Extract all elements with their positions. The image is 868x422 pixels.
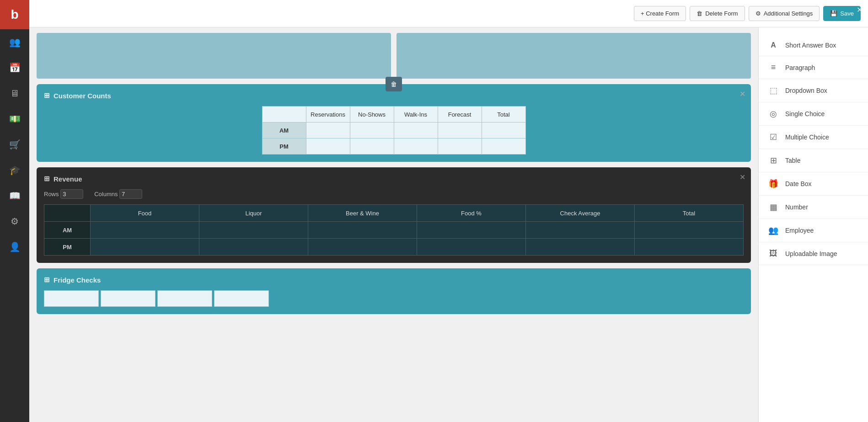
panel-item-dropdown[interactable]: ⬚ Dropdown Box <box>759 79 868 102</box>
rev-pm-3-input[interactable] <box>308 239 417 255</box>
rev-am-1-input[interactable] <box>91 222 199 238</box>
rev-am-5-input[interactable] <box>526 222 634 238</box>
panel-item-date-box[interactable]: 🎁 Date Box <box>759 172 868 196</box>
delete-block-corner-button[interactable]: ✕ <box>739 90 745 98</box>
cell-am-1-input[interactable] <box>306 123 350 138</box>
header-input-1[interactable] <box>306 107 350 122</box>
header-input-4[interactable] <box>438 107 482 122</box>
panel-item-short-answer[interactable]: A Short Answer Box <box>759 35 868 56</box>
panel-item-multiple-choice[interactable]: ☑ Multiple Choice <box>759 126 868 149</box>
header-cell-total <box>482 107 525 123</box>
rev-pm-4 <box>417 239 526 256</box>
header-cell-walkins <box>394 107 438 123</box>
rev-pm-label-input[interactable] <box>44 239 90 255</box>
cell-am-3-input[interactable] <box>394 123 438 138</box>
rev-header-total <box>635 205 744 222</box>
rev-am-6-input[interactable] <box>635 222 743 238</box>
rows-input[interactable] <box>60 189 83 199</box>
header-input-2[interactable] <box>350 107 394 122</box>
rows-cols-control: Rows Columns <box>44 189 744 199</box>
panel-item-number[interactable]: ▦ Number <box>759 196 868 219</box>
sidebar-item-settings[interactable]: ⚙ <box>0 208 29 234</box>
rev-pm-5 <box>526 239 635 256</box>
table-row <box>44 239 744 256</box>
cell-am-4 <box>438 123 482 139</box>
rev-header-ca-input[interactable] <box>526 205 634 221</box>
rev-am-3-input[interactable] <box>308 222 417 238</box>
panel-item-single-choice[interactable]: ◎ Single Choice <box>759 102 868 126</box>
rev-pm-6-input[interactable] <box>635 239 743 255</box>
rev-header-food-input[interactable] <box>91 205 199 221</box>
table-panel-icon: ⊞ <box>768 155 779 166</box>
create-form-button[interactable]: + Create Form <box>634 6 686 21</box>
form-canvas: 🗑 ✕ ⊞ Customer Counts <box>29 27 758 422</box>
rev-am-2 <box>199 222 308 239</box>
delete-block-top-button[interactable]: 🗑 <box>386 77 402 91</box>
cell-pm-3 <box>394 139 438 155</box>
cell-am-2-input[interactable] <box>350 123 394 138</box>
panel-item-uploadable-image[interactable]: 🖼 Uploadable Image <box>759 242 868 265</box>
cols-input[interactable] <box>119 189 142 199</box>
rev-pm-label <box>44 239 91 256</box>
rev-am-5 <box>526 222 635 239</box>
rev-header-liquor <box>199 205 308 222</box>
cell-pm-2 <box>350 139 394 155</box>
panel-item-table[interactable]: ⊞ Table <box>759 149 868 172</box>
right-panel: A Short Answer Box ≡ Paragraph ⬚ Dropdow… <box>758 27 868 422</box>
cell-am-4-input[interactable] <box>438 123 482 138</box>
rev-pm-5-input[interactable] <box>526 239 634 255</box>
panel-item-paragraph[interactable]: ≡ Paragraph <box>759 56 868 79</box>
topbar: + Create Form 🗑 Delete Form ⚙ Additional… <box>29 0 868 27</box>
sidebar-item-calendar[interactable]: 📅 <box>0 55 29 80</box>
cell-pm-4 <box>438 139 482 155</box>
panel-item-employee[interactable]: 👥 Employee <box>759 219 868 242</box>
header-input-3[interactable] <box>394 107 438 122</box>
rev-pm-1-input[interactable] <box>91 239 199 255</box>
rev-pm-2 <box>199 239 308 256</box>
placeholder-box-left <box>37 33 391 79</box>
sidebar-item-graduation[interactable]: 🎓 <box>0 157 29 183</box>
cell-pm-5-input[interactable] <box>482 139 525 154</box>
delete-form-button[interactable]: 🗑 Delete Form <box>690 6 745 21</box>
rev-header-beerwine <box>308 205 417 222</box>
delete-icon: 🗑 <box>697 10 702 17</box>
cell-pm-4-input[interactable] <box>438 139 482 154</box>
cell-pm-1 <box>306 139 350 155</box>
revenue-delete-button[interactable]: ✕ <box>739 173 745 182</box>
cell-pm-2-input[interactable] <box>350 139 394 154</box>
row-pm-label[interactable] <box>263 139 306 154</box>
cell-pm-3-input[interactable] <box>394 139 438 154</box>
rev-am-2-input[interactable] <box>199 222 308 238</box>
cell-am-5-input[interactable] <box>482 123 525 138</box>
rows-label: Rows <box>44 189 83 199</box>
rev-header-food <box>91 205 199 222</box>
sidebar-item-dollar[interactable]: 💵 <box>0 106 29 132</box>
rev-pm-2-input[interactable] <box>199 239 308 255</box>
save-button[interactable]: 💾 Save <box>823 6 861 21</box>
cell-pm-1-input[interactable] <box>306 139 350 154</box>
number-icon: ▦ <box>768 202 779 212</box>
sidebar-item-person[interactable]: 👤 <box>0 234 29 260</box>
header-cell-noshows <box>350 107 394 123</box>
rev-am-4-input[interactable] <box>417 222 525 238</box>
header-input-0[interactable] <box>263 107 306 122</box>
rev-header-0-input[interactable] <box>44 205 90 221</box>
date-box-icon: 🎁 <box>768 179 779 189</box>
rev-am-label-input[interactable] <box>44 222 90 238</box>
additional-settings-button[interactable]: ⚙ Additional Settings <box>749 6 820 21</box>
sidebar-item-cart[interactable]: 🛒 <box>0 132 29 157</box>
sidebar-item-book[interactable]: 📖 <box>0 183 29 208</box>
header-input-5[interactable] <box>482 107 525 122</box>
row-am-label[interactable] <box>263 123 306 138</box>
rev-pm-4-input[interactable] <box>417 239 525 255</box>
dropdown-icon: ⬚ <box>768 85 779 96</box>
rev-header-fp-input[interactable] <box>417 205 525 221</box>
sidebar-item-monitor[interactable]: 🖥 <box>0 80 29 106</box>
rev-header-liquor-input[interactable] <box>199 205 308 221</box>
rev-header-foodpct <box>417 205 526 222</box>
app-logo[interactable]: b <box>0 0 29 29</box>
sidebar-item-people[interactable]: 👥 <box>0 29 29 55</box>
rev-header-bw-input[interactable] <box>308 205 417 221</box>
rev-header-total-input[interactable] <box>635 205 743 221</box>
revenue-table <box>44 204 744 256</box>
